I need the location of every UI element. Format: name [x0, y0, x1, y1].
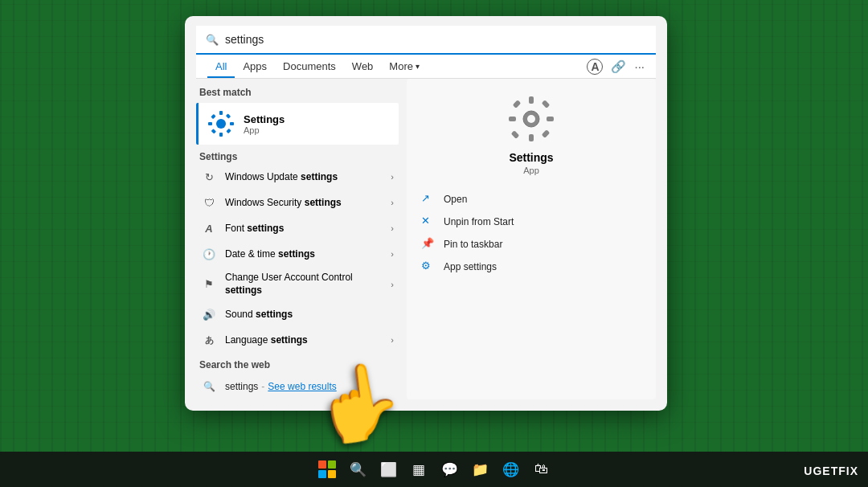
svg-point-0: [216, 119, 226, 129]
left-panel: Best match: [196, 79, 399, 399]
svg-rect-1: [219, 111, 223, 115]
web-search-icon: 🔍: [201, 379, 217, 395]
setting-windows-security[interactable]: 🛡 Windows Security settings ›: [196, 190, 399, 215]
chevron-icon: ›: [391, 198, 394, 207]
sound-icon: 🔊: [201, 306, 217, 322]
settings-section-label: Settings: [196, 145, 399, 164]
pin-taskbar-label: Pin to taskbar: [444, 239, 502, 250]
taskbar-widgets[interactable]: ▦: [406, 456, 432, 482]
action-unpin-start[interactable]: ✕ Unpin from Start: [418, 211, 645, 233]
search-bar[interactable]: 🔍 settings: [196, 26, 656, 55]
svg-rect-16: [542, 129, 551, 138]
windows-security-icon: 🛡: [201, 194, 217, 211]
pin-taskbar-icon: 📌: [421, 237, 436, 252]
taskbar-chat[interactable]: 💬: [436, 456, 462, 482]
setting-text: Windows Update settings: [225, 171, 391, 182]
tab-documents[interactable]: Documents: [275, 55, 344, 78]
right-panel: Settings App ↗ Open ✕ Unpin from Start 📌…: [407, 79, 656, 399]
tab-all[interactable]: All: [207, 55, 235, 78]
app-detail-type: App: [523, 166, 539, 175]
svg-rect-6: [226, 129, 231, 133]
action-pin-taskbar[interactable]: 📌 Pin to taskbar: [418, 233, 645, 256]
app-detail-name: Settings: [509, 151, 553, 164]
share-icon[interactable]: 🔗: [611, 59, 626, 74]
setting-text: Font settings: [225, 223, 391, 234]
start-menu: 🔍 settings All Apps Documents Web More▾ …: [185, 16, 667, 411]
settings-detail-icon: [506, 93, 557, 145]
setting-text: Sound settings: [225, 309, 394, 320]
setting-text: Language settings: [225, 334, 391, 346]
svg-rect-2: [219, 133, 223, 137]
web-search-separator: -: [261, 381, 264, 392]
taskbar-store[interactable]: 🛍: [528, 456, 554, 482]
setting-text: Change User Account Control settings: [225, 272, 391, 297]
taskbar: 🔍 ⬜ ▦ 💬 📁 🌐 🛍: [0, 452, 868, 487]
best-match-item[interactable]: Settings App: [196, 103, 399, 145]
best-match-label: Best match: [196, 79, 399, 103]
svg-rect-7: [211, 129, 216, 133]
best-match-subtitle: App: [244, 125, 285, 135]
svg-point-10: [527, 115, 535, 123]
search-value: settings: [225, 33, 264, 46]
svg-rect-8: [226, 113, 231, 118]
chevron-icon: ›: [391, 172, 394, 182]
web-search-item[interactable]: 🔍 settings - See web results: [196, 374, 399, 399]
chevron-icon: ›: [391, 280, 394, 289]
main-content: Best match: [196, 79, 656, 399]
date-time-icon: 🕐: [201, 246, 217, 262]
action-app-settings[interactable]: ⚙ App settings: [418, 256, 645, 278]
setting-sound[interactable]: 🔊 Sound settings: [196, 301, 399, 327]
setting-text: Windows Security settings: [225, 197, 391, 208]
svg-rect-5: [211, 114, 215, 119]
svg-rect-12: [529, 134, 534, 141]
taskbar-files[interactable]: 📁: [467, 456, 493, 482]
svg-rect-18: [542, 100, 551, 108]
windows-start-button[interactable]: [314, 456, 340, 482]
svg-rect-11: [529, 96, 534, 104]
font-icon: A: [201, 220, 217, 236]
unpin-start-icon: ✕: [421, 215, 436, 229]
setting-language[interactable]: あ Language settings ›: [196, 327, 399, 353]
open-label: Open: [444, 194, 467, 205]
language-icon: あ: [201, 332, 217, 348]
tab-web[interactable]: Web: [344, 55, 382, 78]
watermark: UGETFIX: [804, 464, 858, 477]
filter-tabs-bar: All Apps Documents Web More▾ A 🔗 ···: [196, 55, 656, 79]
taskbar-task-view[interactable]: ⬜: [375, 456, 401, 482]
svg-rect-3: [208, 122, 212, 125]
app-settings-label: App settings: [444, 261, 497, 272]
action-open[interactable]: ↗ Open: [418, 188, 645, 211]
web-search-query: settings: [225, 381, 258, 392]
svg-rect-4: [230, 122, 234, 125]
web-search-link[interactable]: See web results: [268, 381, 336, 392]
svg-rect-14: [547, 117, 554, 121]
taskbar-search[interactable]: 🔍: [345, 456, 371, 482]
app-settings-icon: ⚙: [421, 260, 436, 274]
open-icon: ↗: [421, 192, 436, 207]
best-match-title: Settings: [244, 113, 285, 125]
setting-text: Date & time settings: [225, 248, 391, 260]
taskbar-edge[interactable]: 🌐: [497, 456, 523, 482]
setting-uac[interactable]: ⚑ Change User Account Control settings ›: [196, 267, 399, 301]
tab-icons-right: A 🔗 ···: [587, 59, 645, 75]
best-match-text: Settings App: [244, 113, 285, 135]
setting-date-time[interactable]: 🕐 Date & time settings ›: [196, 241, 399, 267]
svg-rect-15: [513, 100, 522, 108]
windows-update-icon: ↻: [201, 169, 217, 185]
chevron-icon: ›: [391, 249, 394, 259]
user-icon[interactable]: A: [587, 59, 603, 75]
setting-font[interactable]: A Font settings ›: [196, 215, 399, 241]
unpin-start-label: Unpin from Start: [444, 216, 514, 227]
chevron-icon: ›: [391, 335, 394, 345]
search-icon: 🔍: [206, 34, 219, 46]
web-search-label: Search the web: [196, 353, 399, 374]
setting-windows-update[interactable]: ↻ Windows Update settings ›: [196, 164, 399, 190]
svg-rect-13: [509, 117, 516, 121]
more-options-icon[interactable]: ···: [634, 59, 645, 73]
flag-icon: ⚑: [201, 276, 217, 293]
settings-gear-icon: [207, 109, 235, 138]
tab-more[interactable]: More▾: [381, 55, 428, 78]
chevron-icon: ›: [391, 223, 394, 233]
tab-apps[interactable]: Apps: [235, 55, 275, 78]
svg-rect-17: [511, 130, 520, 139]
